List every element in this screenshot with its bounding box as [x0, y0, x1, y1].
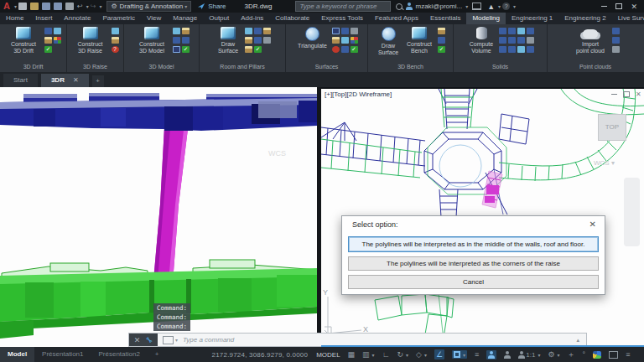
- tab-engineering-1[interactable]: Engineering 1: [506, 13, 558, 24]
- panel-label[interactable]: 3D Raise: [67, 62, 123, 72]
- tool-icon[interactable]: [182, 28, 190, 34]
- tool-icon[interactable]: [527, 28, 534, 34]
- object-snap-icon[interactable]: ▾: [452, 350, 467, 359]
- construct-bench-button[interactable]: Construct Bench: [403, 27, 435, 54]
- panel-label[interactable]: Surfaces: [286, 62, 367, 72]
- save-as-icon[interactable]: [54, 3, 62, 10]
- tool-icon[interactable]: [245, 28, 252, 34]
- undo-caret-icon[interactable]: ▾: [86, 3, 89, 9]
- search-input[interactable]: Type a keyword or phrase: [295, 1, 391, 12]
- save-icon[interactable]: [42, 3, 50, 10]
- account-name[interactable]: mzaki@promi...: [415, 3, 462, 10]
- import-point-cloud-button[interactable]: Import point cloud: [571, 27, 610, 54]
- redo-caret-icon[interactable]: ▾: [99, 3, 101, 9]
- dialog-option-middle-button[interactable]: The polylines will be interpreted as in …: [348, 236, 599, 252]
- tab-output[interactable]: Output: [203, 13, 235, 24]
- tool-icon[interactable]: [254, 37, 262, 44]
- panel-label[interactable]: 3D Drift: [0, 62, 66, 72]
- panel-label[interactable]: Solids: [454, 62, 547, 72]
- tab-parametric[interactable]: Parametric: [96, 13, 141, 24]
- tool-icon[interactable]: [517, 28, 525, 34]
- tool-icon[interactable]: [245, 37, 252, 44]
- tab-collaborate[interactable]: Collaborate: [269, 13, 315, 24]
- tab-view[interactable]: View: [141, 13, 167, 24]
- triangulate-button[interactable]: Triangulate: [296, 27, 330, 49]
- wcs-label-faint[interactable]: WCS: [268, 149, 286, 158]
- workspace-gear-icon[interactable]: ⚙▾: [548, 350, 559, 359]
- tab-live-survey[interactable]: Live Survey: [612, 13, 644, 24]
- tool-icon[interactable]: [438, 28, 445, 34]
- tool-icon[interactable]: [341, 28, 349, 34]
- app-menu-caret-icon[interactable]: ▾: [14, 3, 17, 9]
- tool-icon[interactable]: [173, 46, 180, 53]
- recent-commands-caret-icon[interactable]: ▾: [175, 337, 178, 343]
- tool-icon[interactable]: [499, 28, 506, 34]
- grid-toggle-icon[interactable]: ▦: [348, 350, 356, 359]
- tool-icon[interactable]: [508, 28, 516, 34]
- close-icon[interactable]: ✕: [631, 3, 637, 11]
- tool-icon[interactable]: [332, 46, 340, 53]
- new-layout-button[interactable]: +: [148, 347, 167, 362]
- recent-commands-icon[interactable]: [163, 336, 174, 344]
- lineweight-icon[interactable]: ≡: [475, 350, 479, 359]
- help-icon[interactable]: ?: [502, 3, 510, 10]
- autodesk-caret-icon[interactable]: ▾: [498, 3, 501, 9]
- file-tab-3dr[interactable]: 3DR ✕: [41, 74, 89, 87]
- isometric-drafting-icon[interactable]: ◇▾: [416, 350, 427, 359]
- restore-icon[interactable]: [615, 3, 622, 9]
- tool-icon[interactable]: [612, 46, 620, 53]
- viewport-controls-label[interactable]: [+][Top][2D Wireframe]: [325, 90, 392, 98]
- customization-plus-icon[interactable]: ＋: [568, 349, 575, 360]
- navigation-bar[interactable]: [624, 178, 640, 246]
- restore-icon[interactable]: [623, 91, 630, 97]
- tool-icon[interactable]: [173, 37, 180, 44]
- tool-icon[interactable]: [499, 37, 506, 44]
- tool-icon[interactable]: [263, 28, 271, 34]
- help-caret-icon[interactable]: ▾: [513, 3, 516, 9]
- ortho-toggle-icon[interactable]: ∟: [382, 350, 390, 359]
- tool-icon[interactable]: [44, 28, 52, 34]
- panel-label[interactable]: Room and Pillars: [200, 62, 285, 72]
- tool-icon[interactable]: [612, 28, 620, 34]
- wcs-dropdown[interactable]: WCS ▾: [594, 159, 615, 167]
- construct-3d-raise-button[interactable]: Construct 3D Raise: [72, 27, 109, 54]
- tool-icon[interactable]: [517, 37, 525, 44]
- command-input[interactable]: Type a command: [183, 336, 576, 344]
- tool-icon[interactable]: [351, 28, 358, 34]
- layout-tab-model[interactable]: Model: [0, 347, 34, 362]
- tool-icon[interactable]: [54, 37, 61, 44]
- annotation-scale-control[interactable]: 1:1▾: [518, 351, 540, 359]
- file-tab-start[interactable]: Start: [3, 74, 38, 87]
- close-command-icon[interactable]: ✕: [134, 336, 141, 344]
- viewcube[interactable]: TOP: [598, 114, 626, 141]
- polar-tracking-icon[interactable]: ↻▾: [397, 350, 408, 359]
- tool-icon[interactable]: [508, 37, 516, 44]
- compute-volume-button[interactable]: Compute Volume: [466, 27, 496, 54]
- panel-label[interactable]: Point clouds: [548, 62, 643, 72]
- tab-modeling[interactable]: Modeling: [466, 13, 505, 24]
- redo-icon[interactable]: ↪: [91, 3, 96, 10]
- tool-icon[interactable]: [182, 37, 190, 44]
- dialog-cancel-button[interactable]: Cancel: [348, 275, 599, 289]
- new-file-icon[interactable]: [18, 3, 27, 10]
- tab-manage[interactable]: Manage: [167, 13, 203, 24]
- graphics-performance-icon[interactable]: [593, 351, 601, 359]
- close-tab-icon[interactable]: ✕: [73, 74, 79, 87]
- undo-icon[interactable]: ↩: [77, 3, 83, 10]
- tab-home[interactable]: Home: [0, 13, 29, 24]
- tool-icon[interactable]: [173, 28, 180, 34]
- autodesk-logo-icon[interactable]: ▲: [487, 3, 495, 11]
- plot-icon[interactable]: [65, 3, 74, 10]
- panel-label[interactable]: 3D Bench: [368, 62, 453, 72]
- layout-tab-presentation1[interactable]: Présentation1: [34, 347, 91, 362]
- draw-surface-button[interactable]: Draw Surface: [214, 27, 242, 54]
- customization-menu-icon[interactable]: ≡: [626, 350, 630, 359]
- tab-express-tools[interactable]: Express Tools: [315, 13, 369, 24]
- construct-3d-drift-button[interactable]: Construct 3D Drift: [5, 27, 42, 54]
- tool-icon[interactable]: [351, 37, 358, 44]
- tool-icon[interactable]: [332, 28, 340, 34]
- model-space-button[interactable]: MODEL: [316, 351, 340, 359]
- tool-icon[interactable]: [332, 37, 340, 44]
- tool-icon[interactable]: [54, 28, 61, 34]
- app-logo-icon[interactable]: A: [3, 0, 10, 13]
